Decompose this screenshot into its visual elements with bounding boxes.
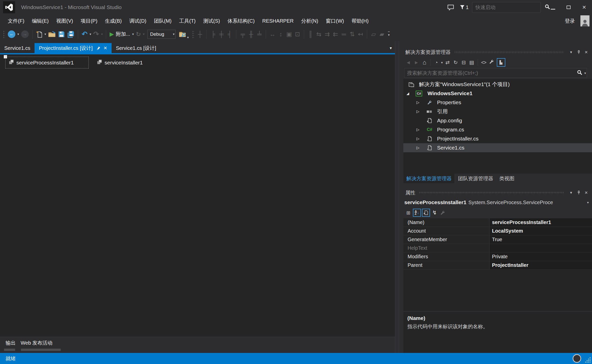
categorized-icon[interactable]: ⊞ xyxy=(404,209,412,217)
component-serviceprocessinstaller1[interactable]: serviceProcessInstaller1 xyxy=(5,57,89,68)
panel-drag-area[interactable] xyxy=(419,191,564,194)
size-to-grid-icon[interactable]: ⊡ xyxy=(293,31,302,38)
refresh-icon[interactable]: ↻ xyxy=(452,59,460,65)
save-button[interactable] xyxy=(57,29,66,39)
expander-collapsed-icon[interactable]: ▷ xyxy=(415,145,420,150)
expander-collapsed-icon[interactable]: ▷ xyxy=(415,127,420,132)
menu-view[interactable]: 视图(V) xyxy=(52,16,77,26)
open-file-button[interactable] xyxy=(47,29,57,39)
property-pages-icon[interactable] xyxy=(439,209,447,217)
tree-row-properties[interactable]: ▷ Properties xyxy=(403,98,592,107)
close-panel-icon[interactable]: ✕ xyxy=(582,50,590,55)
menu-edit[interactable]: 编辑(E) xyxy=(28,16,53,26)
feedback-icon[interactable] xyxy=(445,2,456,13)
send-to-back-icon[interactable]: ▰ xyxy=(378,31,386,38)
solution-configuration-combo[interactable]: Debug ▾ xyxy=(147,30,176,39)
solution-explorer-header[interactable]: 解决方案资源管理器 ▼ ✕ xyxy=(403,47,592,57)
property-value[interactable]: serviceProcessInstaller1 xyxy=(489,218,592,227)
attach-to-process-button[interactable]: ▶ 附加... xyxy=(108,29,131,39)
properties-header[interactable]: 属性 ▼ ✕ xyxy=(403,188,592,198)
pin-tab-icon[interactable] xyxy=(96,46,101,50)
window-position-dropdown[interactable]: ▼ xyxy=(567,50,575,54)
pending-changes-filter-icon[interactable]: ◔ xyxy=(432,60,440,65)
component-designer-surface[interactable]: serviceProcessInstaller1 serviceInstalle… xyxy=(0,54,395,337)
preview-selected-items-toggle[interactable]: ▙ xyxy=(497,58,505,67)
show-all-files-icon[interactable]: ▤ xyxy=(468,59,476,65)
tree-row-program-cs[interactable]: ▷ C# Program.cs xyxy=(403,125,592,134)
toolbar-overflow-button[interactable]: ▾ xyxy=(388,31,390,37)
expander-collapsed-icon[interactable]: ▷ xyxy=(415,109,420,114)
attach-dropdown[interactable]: ▾ xyxy=(131,32,135,36)
align-middles-icon[interactable]: ╫ xyxy=(247,31,255,38)
align-lefts-icon[interactable]: ╞ xyxy=(209,31,217,38)
menu-file[interactable]: 文件(F) xyxy=(4,16,28,26)
remove-horizontal-spacing-icon[interactable]: ⇇ xyxy=(331,31,340,38)
property-value[interactable]: Private xyxy=(489,252,592,261)
expander-collapsed-icon[interactable]: ▷ xyxy=(415,100,420,105)
expander-collapsed-icon[interactable]: ▷ xyxy=(415,136,420,141)
menu-team[interactable]: 团队(M) xyxy=(150,16,175,26)
tree-row-service1-cs[interactable]: ▷ Service1.cs xyxy=(403,143,592,152)
restart-dropdown[interactable]: ▾ xyxy=(142,32,145,36)
tree-row-solution[interactable]: 解决方案"WindowsService1"(1 个项目) xyxy=(403,80,592,89)
property-value[interactable] xyxy=(489,244,592,252)
toolbar-grip[interactable] xyxy=(192,30,194,38)
alphabetical-sort-icon[interactable]: AZ ↓ xyxy=(413,209,421,217)
resize-grip[interactable] xyxy=(585,357,591,363)
tree-row-project-windowsservice1[interactable]: ◢ C# WindowsService1 xyxy=(403,89,592,98)
property-name[interactable]: Modifiers xyxy=(403,252,489,261)
quick-launch-input[interactable] xyxy=(472,5,542,10)
close-button[interactable]: ✕ xyxy=(576,2,592,13)
redo-button[interactable]: ↷ xyxy=(92,29,100,39)
menu-build[interactable]: 生成(B) xyxy=(101,16,126,26)
properties-view-icon[interactable] xyxy=(422,209,430,217)
collapse-all-icon[interactable]: ⊟ xyxy=(460,59,468,65)
search-options-dropdown[interactable]: ▾ xyxy=(583,71,587,75)
menu-test[interactable]: 测试(S) xyxy=(200,16,224,26)
close-panel-icon[interactable]: ✕ xyxy=(582,190,590,195)
navigate-back-button[interactable]: ← xyxy=(7,29,17,39)
make-same-size-icon[interactable]: ▣ xyxy=(285,31,293,38)
property-name[interactable]: GenerateMember xyxy=(403,235,489,244)
align-rights-icon[interactable]: ╡ xyxy=(225,31,234,38)
property-value[interactable]: LocalSystem xyxy=(489,227,592,235)
toolbar-grip[interactable] xyxy=(3,30,5,38)
align-centers-icon[interactable]: ╪ xyxy=(217,31,225,38)
make-same-height-icon[interactable]: ↕ xyxy=(277,31,285,38)
properties-icon[interactable] xyxy=(488,59,496,65)
component-serviceinstaller1[interactable]: serviceInstaller1 xyxy=(94,57,143,68)
pin-panel-icon[interactable] xyxy=(575,50,582,54)
make-vertical-spacing-equal-icon[interactable]: ═ xyxy=(340,31,348,38)
panel-drag-area[interactable] xyxy=(454,51,564,53)
snap-to-grid-icon[interactable]: ┼ xyxy=(196,31,204,38)
sign-in-link[interactable]: 登录 xyxy=(559,18,580,24)
tab-projectinstaller-design[interactable]: ProjectInstaller.cs [设计] ✕ xyxy=(35,43,112,53)
undo-dropdown[interactable]: ▾ xyxy=(89,32,92,36)
align-bottoms-icon[interactable]: ╧ xyxy=(255,31,264,38)
events-icon[interactable]: ↯ xyxy=(431,209,439,217)
editor-vertical-scrollbar[interactable] xyxy=(395,41,399,353)
property-name[interactable]: Parent xyxy=(403,261,489,269)
align-tops-icon[interactable]: ╤ xyxy=(239,31,247,38)
tree-row-projectinstaller-cs[interactable]: ▷ ProjectInstaller.cs xyxy=(403,134,592,143)
window-position-dropdown[interactable]: ▼ xyxy=(567,191,575,195)
tab-team-explorer[interactable]: 团队资源管理器 xyxy=(455,174,496,183)
navigate-forward-button[interactable]: → xyxy=(20,29,30,39)
user-avatar[interactable] xyxy=(580,15,589,26)
expander-expanded-icon[interactable]: ◢ xyxy=(405,91,410,95)
property-name[interactable]: (Name) xyxy=(403,218,489,227)
minimize-button[interactable] xyxy=(545,2,561,13)
home-icon[interactable]: ⌂ xyxy=(420,59,429,66)
new-file-dropdown[interactable]: ▾ xyxy=(44,32,47,36)
back-icon[interactable]: ◄ xyxy=(404,60,412,65)
new-file-button[interactable] xyxy=(35,29,44,39)
tree-row-app-config[interactable]: App.config xyxy=(403,116,592,125)
sync-with-active-document-icon[interactable]: ⇄ xyxy=(444,59,452,65)
decrease-vertical-spacing-icon[interactable]: ↤ xyxy=(356,31,365,38)
property-name[interactable]: Account xyxy=(403,227,489,235)
tab-class-view[interactable]: 类视图 xyxy=(496,174,517,183)
menu-architecture[interactable]: 体系结构(C) xyxy=(224,16,258,26)
property-value[interactable]: True xyxy=(489,235,592,244)
menu-analyze[interactable]: 分析(N) xyxy=(297,16,322,26)
make-same-width-icon[interactable]: ↔ xyxy=(268,31,277,38)
